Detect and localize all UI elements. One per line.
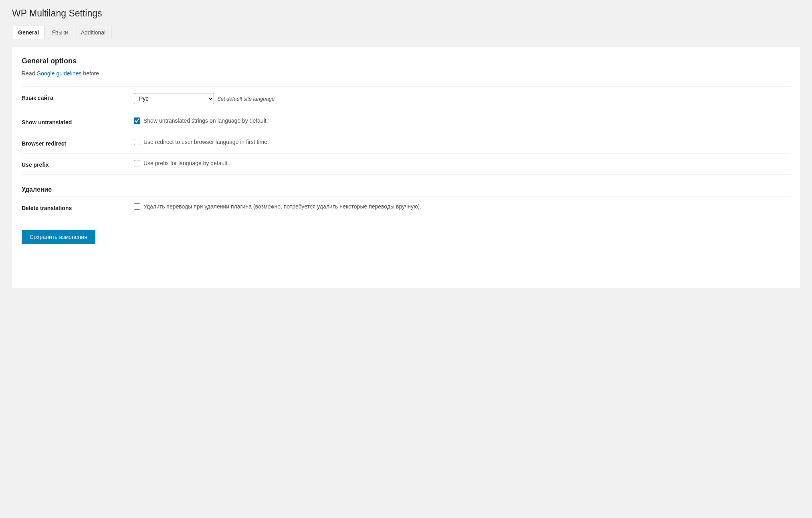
content-area: General options Read Google guidelines b…: [12, 47, 800, 288]
use-prefix-label: Use prefix: [22, 160, 134, 168]
use-prefix-checkbox-label[interactable]: Use prefix for language by default.: [134, 160, 229, 166]
page-title: WP Multilang Settings: [12, 8, 800, 19]
intro-suffix: before.: [81, 70, 100, 77]
browser-redirect-label: Browser redirect: [22, 139, 134, 147]
use-prefix-control: Use prefix for language by default.: [134, 160, 790, 166]
browser-redirect-row: Browser redirect Use redirect to user br…: [22, 132, 790, 153]
site-language-control: Рус English Deutsch Français Set default…: [134, 93, 790, 104]
site-language-label: Язык сайта: [22, 93, 134, 101]
deletion-section-heading: Удаление: [22, 186, 790, 193]
show-untranslated-checkbox-label[interactable]: Show untranslated strings on language by…: [134, 117, 268, 124]
tab-additional[interactable]: Additional: [75, 26, 112, 39]
show-untranslated-row: Show untranslated Show untranslated stri…: [22, 111, 790, 132]
browser-redirect-control: Use redirect to user browser language in…: [134, 139, 790, 145]
delete-translations-checkbox[interactable]: [134, 203, 140, 210]
use-prefix-checkbox[interactable]: [134, 160, 140, 166]
tab-languages[interactable]: Языки: [46, 26, 74, 39]
site-language-hint: Set default site language.: [217, 96, 276, 102]
general-options-heading: General options: [22, 57, 790, 65]
intro-prefix: Read: [22, 70, 36, 77]
site-language-row: Язык сайта Рус English Deutsch Français …: [22, 86, 790, 111]
show-untranslated-description: Show untranslated strings on language by…: [143, 117, 268, 124]
use-prefix-description: Use prefix for language by default.: [143, 160, 229, 166]
delete-translations-row: Delete translations Удалить переводы при…: [22, 196, 790, 218]
show-untranslated-control: Show untranslated strings on language by…: [134, 117, 790, 124]
tabs-container: General Языки Additional: [12, 25, 800, 39]
deletion-section-divider: Удаление: [22, 174, 790, 196]
browser-redirect-checkbox-label[interactable]: Use redirect to user browser language in…: [134, 139, 269, 145]
delete-translations-description: Удалить переводы при удалении плагина (в…: [143, 203, 421, 210]
delete-translations-control: Удалить переводы при удалении плагина (в…: [134, 203, 790, 210]
show-untranslated-label: Show untranslated: [22, 117, 134, 125]
intro-paragraph: Read Google guidelines before.: [22, 70, 790, 77]
tab-general[interactable]: General: [12, 26, 45, 39]
show-untranslated-checkbox[interactable]: [134, 117, 140, 124]
delete-translations-checkbox-label[interactable]: Удалить переводы при удалении плагина (в…: [134, 203, 421, 210]
save-button[interactable]: Сохранить изменения: [22, 230, 95, 244]
google-guidelines-link[interactable]: Google guidelines: [36, 70, 81, 77]
browser-redirect-checkbox[interactable]: [134, 139, 140, 145]
site-language-select[interactable]: Рус English Deutsch Français: [134, 93, 214, 104]
delete-translations-label: Delete translations: [22, 203, 134, 211]
use-prefix-row: Use prefix Use prefix for language by de…: [22, 153, 790, 174]
browser-redirect-description: Use redirect to user browser language in…: [143, 139, 269, 145]
